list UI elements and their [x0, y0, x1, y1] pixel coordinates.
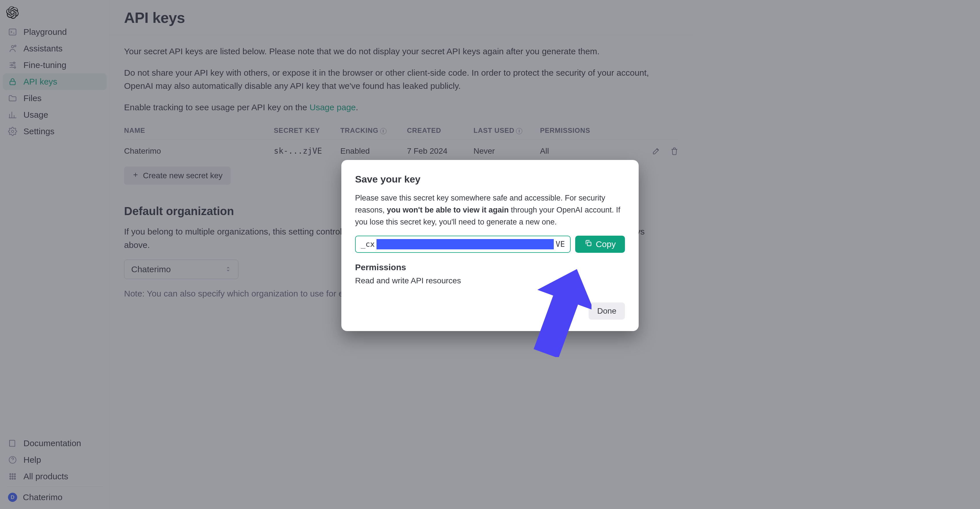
modal-title: Save your key — [355, 174, 625, 185]
svg-rect-18 — [587, 242, 591, 246]
copy-label: Copy — [596, 239, 616, 249]
done-button[interactable]: Done — [589, 303, 625, 320]
perm-text: Read and write API resources — [355, 276, 625, 285]
key-input[interactable]: _cx VE — [355, 236, 571, 253]
key-prefix: _cx — [361, 239, 375, 249]
modal-text: Please save this secret key somewhere sa… — [355, 192, 625, 228]
save-key-modal: Save your key Please save this secret ke… — [341, 160, 639, 331]
key-row: _cx VE Copy — [355, 236, 625, 253]
perm-heading: Permissions — [355, 263, 625, 272]
copy-button[interactable]: Copy — [575, 236, 625, 253]
modal-overlay[interactable]: Save your key Please save this secret ke… — [0, 0, 980, 509]
key-selection — [377, 239, 554, 249]
key-suffix: VE — [555, 239, 565, 249]
copy-icon — [584, 239, 592, 249]
